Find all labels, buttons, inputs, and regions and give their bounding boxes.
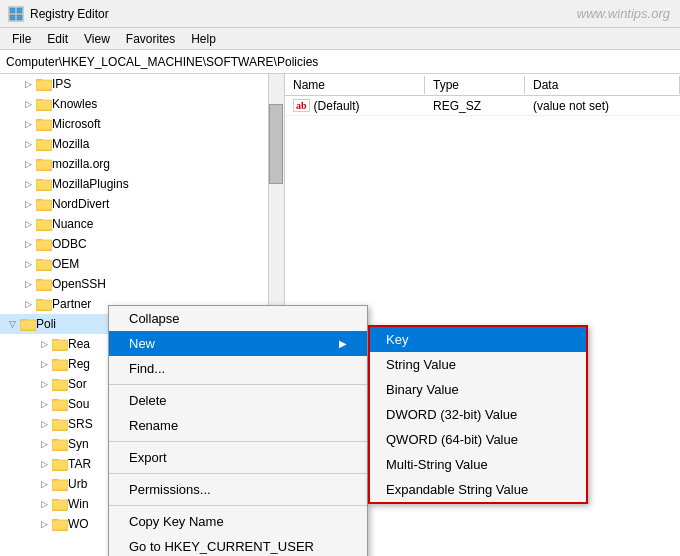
submenu-dword-value[interactable]: DWORD (32-bit) Value [370, 402, 586, 427]
expand-icon-reg[interactable]: ▷ [36, 356, 52, 372]
expand-icon-nuance[interactable]: ▷ [20, 216, 36, 232]
registry-row-default[interactable]: ab (Default) REG_SZ (value not set) [285, 96, 680, 116]
tree-label-srs: SRS [68, 417, 93, 431]
svg-rect-45 [52, 340, 68, 350]
svg-rect-63 [52, 460, 68, 470]
ctx-new-label: New [129, 336, 155, 351]
expand-icon-wo[interactable]: ▷ [36, 516, 52, 532]
submenu-arrow-icon: ▶ [339, 338, 347, 349]
tree-label-rea: Rea [68, 337, 90, 351]
menu-view[interactable]: View [76, 30, 118, 48]
menu-favorites[interactable]: Favorites [118, 30, 183, 48]
menu-bar: File Edit View Favorites Help [0, 28, 680, 50]
ctx-delete-label: Delete [129, 393, 167, 408]
tree-item-openssh[interactable]: ▷ OpenSSH [0, 274, 284, 294]
expand-icon-odbc[interactable]: ▷ [20, 236, 36, 252]
ctx-copy-key-name[interactable]: Copy Key Name [109, 509, 367, 534]
expand-icon-norddivert[interactable]: ▷ [20, 196, 36, 212]
expand-icon-urb[interactable]: ▷ [36, 476, 52, 492]
tree-label-win: Win [68, 497, 89, 511]
expand-icon-mozillaplugins[interactable]: ▷ [20, 176, 36, 192]
ctx-rename[interactable]: Rename [109, 413, 367, 438]
svg-rect-54 [52, 400, 68, 410]
ctx-new[interactable]: New ▶ [109, 331, 367, 356]
right-panel-header: Name Type Data [285, 74, 680, 96]
submenu: Key String Value Binary Value DWORD (32-… [368, 325, 588, 504]
submenu-expandable-string-value[interactable]: Expandable String Value [370, 477, 586, 502]
folder-icon-sor [52, 377, 68, 391]
folder-icon-win [52, 497, 68, 511]
ctx-export[interactable]: Export [109, 445, 367, 470]
svg-rect-0 [10, 8, 15, 13]
tree-label-mozilla-org: mozilla.org [52, 157, 110, 171]
folder-icon-reg [52, 357, 68, 371]
ctx-goto-hkcu[interactable]: Go to HKEY_CURRENT_USER [109, 534, 367, 556]
submenu-key[interactable]: Key [370, 327, 586, 352]
expand-icon-microsoft[interactable]: ▷ [20, 116, 36, 132]
folder-icon-mozillaplugins [36, 177, 52, 191]
ctx-separator-1 [109, 384, 367, 385]
expand-icon-mozilla[interactable]: ▷ [20, 136, 36, 152]
svg-rect-51 [52, 380, 68, 390]
ctx-delete[interactable]: Delete [109, 388, 367, 413]
tree-item-norddivert[interactable]: ▷ NordDivert [0, 194, 284, 214]
submenu-string-value[interactable]: String Value [370, 352, 586, 377]
tree-item-knowles[interactable]: ▷ Knowles [0, 94, 284, 114]
expand-icon-rea[interactable]: ▷ [36, 336, 52, 352]
folder-icon-wo [52, 517, 68, 531]
tree-label-urb: Urb [68, 477, 87, 491]
expand-icon-policies[interactable]: ▽ [4, 316, 20, 332]
expand-icon-srs[interactable]: ▷ [36, 416, 52, 432]
tree-item-nuance[interactable]: ▷ Nuance [0, 214, 284, 234]
ctx-goto-hkcu-label: Go to HKEY_CURRENT_USER [129, 539, 314, 554]
submenu-qword-value[interactable]: QWORD (64-bit) Value [370, 427, 586, 452]
tree-label-syn: Syn [68, 437, 89, 451]
expand-icon-ips[interactable]: ▷ [20, 76, 36, 92]
ctx-export-label: Export [129, 450, 167, 465]
ctx-permissions[interactable]: Permissions... [109, 477, 367, 502]
ctx-rename-label: Rename [129, 418, 178, 433]
ctx-find[interactable]: Find... [109, 356, 367, 381]
expand-icon-syn[interactable]: ▷ [36, 436, 52, 452]
menu-edit[interactable]: Edit [39, 30, 76, 48]
tree-label-wo: WO [68, 517, 89, 531]
svg-rect-6 [36, 80, 52, 90]
expand-icon-tar[interactable]: ▷ [36, 456, 52, 472]
menu-help[interactable]: Help [183, 30, 224, 48]
expand-icon-oem[interactable]: ▷ [20, 256, 36, 272]
tree-item-mozillaplugins[interactable]: ▷ MozillaPlugins [0, 174, 284, 194]
expand-icon-sou[interactable]: ▷ [36, 396, 52, 412]
col-header-data: Data [525, 76, 680, 94]
tree-label-norddivert: NordDivert [52, 197, 109, 211]
tree-item-odbc[interactable]: ▷ ODBC [0, 234, 284, 254]
svg-rect-69 [52, 500, 68, 510]
svg-rect-24 [36, 200, 52, 210]
ctx-collapse[interactable]: Collapse [109, 306, 367, 331]
folder-icon-mozilla [36, 137, 52, 151]
expand-icon-win[interactable]: ▷ [36, 496, 52, 512]
tree-item-microsoft[interactable]: ▷ Microsoft [0, 114, 284, 134]
svg-rect-66 [52, 480, 68, 490]
tree-item-oem[interactable]: ▷ OEM [0, 254, 284, 274]
cell-data-default: (value not set) [525, 97, 680, 115]
submenu-binary-value[interactable]: Binary Value [370, 377, 586, 402]
tree-item-ips[interactable]: ▷ IPS [0, 74, 284, 94]
expand-icon-knowles[interactable]: ▷ [20, 96, 36, 112]
tree-label-partner: Partner [52, 297, 91, 311]
tree-item-mozilla-org[interactable]: ▷ mozilla.org [0, 154, 284, 174]
expand-icon-partner[interactable]: ▷ [20, 296, 36, 312]
svg-rect-21 [36, 180, 52, 190]
expand-icon-openssh[interactable]: ▷ [20, 276, 36, 292]
folder-icon-srs [52, 417, 68, 431]
window-title: Registry Editor [30, 7, 109, 21]
folder-icon-norddivert [36, 197, 52, 211]
tree-item-mozilla[interactable]: ▷ Mozilla [0, 134, 284, 154]
menu-file[interactable]: File [4, 30, 39, 48]
expand-icon-mozilla-org[interactable]: ▷ [20, 156, 36, 172]
submenu-multi-string-value[interactable]: Multi-String Value [370, 452, 586, 477]
expand-icon-sor[interactable]: ▷ [36, 376, 52, 392]
scrollbar-thumb[interactable] [269, 104, 283, 184]
tree-label-microsoft: Microsoft [52, 117, 101, 131]
submenu-string-value-label: String Value [386, 357, 456, 372]
svg-rect-18 [36, 160, 52, 170]
